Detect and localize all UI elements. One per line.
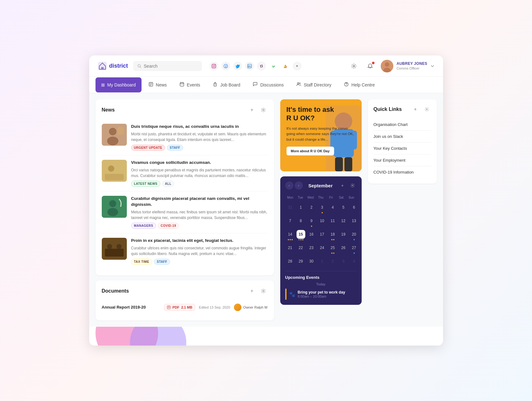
user-profile[interactable]: AUBREY JONES Comms Officer xyxy=(381,60,434,72)
cal-day[interactable]: 23 xyxy=(307,242,317,255)
notifications-button[interactable] xyxy=(364,60,376,72)
quick-link-employment[interactable]: Your Employment xyxy=(374,154,431,166)
linkedin-link[interactable] xyxy=(245,62,254,70)
quick-link-label: Your Employment xyxy=(374,158,405,163)
nav-discussions[interactable]: Discussions xyxy=(247,77,289,93)
calendar-event[interactable]: 🐾 Bring your pet to work day 8:00am – 10… xyxy=(285,289,357,300)
documents-add-button[interactable]: + xyxy=(248,287,256,295)
cal-day-today[interactable]: 15 xyxy=(296,229,306,242)
news-item-title-2[interactable]: Vivamus congue sollicitudin accumsan. xyxy=(131,160,268,166)
cal-day[interactable]: 21 xyxy=(285,242,295,255)
cal-day[interactable]: 25 xyxy=(328,242,338,255)
cal-day[interactable]: 20 xyxy=(349,229,359,242)
news-thumb-2[interactable] xyxy=(102,160,127,182)
cal-settings-button[interactable] xyxy=(349,181,357,190)
cal-day[interactable]: 29 xyxy=(296,256,306,267)
search-bar[interactable] xyxy=(133,61,202,71)
news-thumb-4[interactable] xyxy=(102,238,127,260)
tag-all[interactable]: ALL xyxy=(162,181,174,187)
search-input[interactable] xyxy=(144,64,198,69)
cal-day[interactable]: 8 xyxy=(296,215,306,228)
tag-managers[interactable]: MANAGERS xyxy=(131,223,156,229)
cal-next-button[interactable]: › xyxy=(295,181,303,190)
facebook-link[interactable] xyxy=(221,62,230,70)
cal-day[interactable]: 5 xyxy=(338,202,349,215)
event-icon: 🐾 xyxy=(289,291,295,297)
cal-day[interactable]: 31 xyxy=(285,202,295,215)
cal-day[interactable]: 27 xyxy=(349,242,359,255)
nav-news[interactable]: News xyxy=(143,77,173,93)
doc-name[interactable]: Annual Report 2019-20 xyxy=(102,305,160,310)
cal-day[interactable]: 14 xyxy=(285,229,295,242)
cal-day[interactable]: 9 xyxy=(307,215,317,228)
quick-links-add-button[interactable]: + xyxy=(411,105,420,114)
tag-covid[interactable]: COVID-19 xyxy=(158,223,179,229)
cal-day[interactable]: 2 xyxy=(328,256,338,267)
news-thumb-3[interactable] xyxy=(102,196,127,218)
tag-staff-2[interactable]: STAFF xyxy=(154,259,170,265)
cal-day[interactable]: 3 xyxy=(338,256,349,267)
news-item: Duis tristique neque risus, ac convallis… xyxy=(102,119,268,155)
twitter-link[interactable] xyxy=(233,62,242,70)
svg-point-10 xyxy=(262,66,262,67)
cal-add-button[interactable]: + xyxy=(338,181,347,190)
tag-staff[interactable]: STAFF xyxy=(167,145,183,151)
cal-day[interactable]: 16 xyxy=(307,229,317,242)
cal-day[interactable]: 30 xyxy=(307,256,317,267)
tag-tax-time[interactable]: TAX TIME xyxy=(131,259,152,265)
logo[interactable]: district xyxy=(98,62,128,70)
slack-link[interactable] xyxy=(257,62,266,70)
cal-day[interactable]: 4 xyxy=(328,202,338,215)
news-item-title-3[interactable]: Curabitur dignissim placerat placerat na… xyxy=(131,196,268,208)
cal-day[interactable]: 10 xyxy=(317,215,327,228)
instagram-link[interactable] xyxy=(209,62,218,70)
cal-day[interactable]: 13 xyxy=(349,215,359,228)
cal-day[interactable]: 7 xyxy=(285,215,295,228)
nav-helpcentre-label: Help Centre xyxy=(351,82,375,87)
google-drive-link[interactable] xyxy=(281,62,290,70)
cal-prev-button[interactable]: ‹ xyxy=(285,181,293,190)
cal-day[interactable]: 2 xyxy=(307,202,317,215)
news-thumb-1[interactable] xyxy=(102,124,127,146)
cal-day[interactable]: 28 xyxy=(285,256,295,267)
news-item-title-1[interactable]: Duis tristique neque risus, ac convallis… xyxy=(131,124,268,130)
news-add-button[interactable]: + xyxy=(248,106,256,114)
cal-day[interactable]: 1 xyxy=(317,256,327,267)
quick-link-org-chart[interactable]: Organisation Chart xyxy=(374,119,431,131)
cal-day[interactable]: 17 xyxy=(317,229,327,242)
promo-button[interactable]: More about R U OK Day xyxy=(287,147,334,155)
nav-staffdir[interactable]: Staff Directory xyxy=(291,77,337,93)
news-settings-button[interactable] xyxy=(259,106,268,114)
cal-day[interactable]: 11 xyxy=(328,215,338,228)
documents-settings-button[interactable] xyxy=(259,287,268,295)
news-icon xyxy=(148,82,153,88)
news-item-title-4[interactable]: Proin in ex placerat, lacinia elit eget,… xyxy=(131,238,268,244)
cal-actions: + xyxy=(338,181,357,190)
quick-link-key-contacts[interactable]: Your Key Contacts xyxy=(374,143,431,154)
cal-day[interactable]: 24 xyxy=(317,242,327,255)
tag-urgent-update[interactable]: URGENT UPDATE xyxy=(131,145,165,151)
tag-latest-news[interactable]: LATEST NEWS xyxy=(131,181,160,187)
nav-dashboard[interactable]: ⊞ My Dashboard xyxy=(96,77,142,92)
cal-day[interactable]: 12 xyxy=(338,215,349,228)
nav-jobboard[interactable]: Job Board xyxy=(207,77,246,93)
nav-events[interactable]: Events xyxy=(174,77,206,93)
quick-link-slack[interactable]: Join us on Slack xyxy=(374,131,431,143)
cal-day[interactable]: 18 xyxy=(328,229,338,242)
cal-day[interactable]: 4 xyxy=(349,256,359,267)
google-plus-link[interactable] xyxy=(269,62,278,70)
svg-point-40 xyxy=(109,200,116,207)
social-links: + xyxy=(209,62,302,70)
quick-links-settings-button[interactable] xyxy=(422,105,431,114)
add-more-button[interactable]: + xyxy=(293,62,302,70)
cal-day[interactable]: 1 xyxy=(296,202,306,215)
cal-day[interactable]: 26 xyxy=(338,242,349,255)
cal-day[interactable]: 3 xyxy=(317,202,327,215)
settings-button[interactable] xyxy=(348,60,359,72)
cal-day[interactable]: 19 xyxy=(338,229,349,242)
cal-day[interactable]: 6 xyxy=(349,202,359,215)
svg-point-57 xyxy=(352,185,353,186)
cal-day[interactable]: 22 xyxy=(296,242,306,255)
nav-helpcentre[interactable]: Help Centre xyxy=(338,77,380,93)
quick-link-covid[interactable]: COVID-19 Information xyxy=(374,166,431,178)
